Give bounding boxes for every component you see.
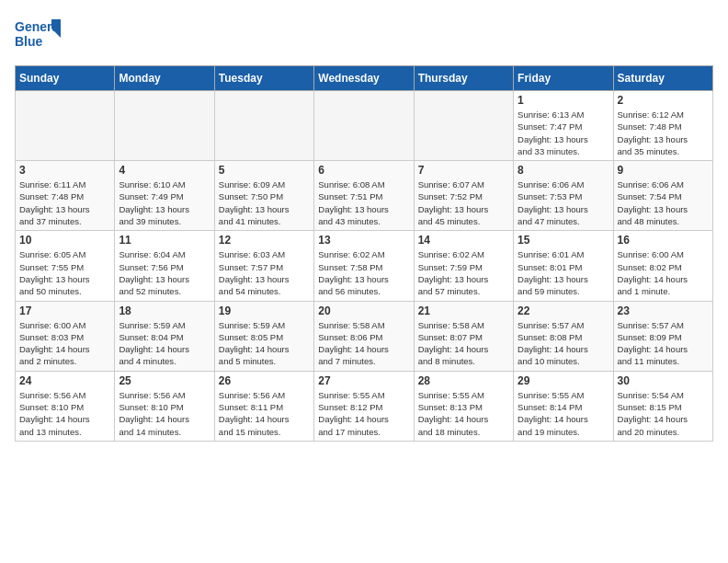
day-number: 5	[219, 164, 310, 177]
day-info: Sunrise: 5:57 AM Sunset: 8:09 PM Dayligh…	[618, 319, 709, 368]
day-info: Sunrise: 6:09 AM Sunset: 7:50 PM Dayligh…	[219, 178, 310, 227]
day-info: Sunrise: 6:02 AM Sunset: 7:58 PM Dayligh…	[318, 248, 409, 297]
day-header: Sunday	[16, 66, 115, 91]
calendar-cell: 27Sunrise: 5:55 AM Sunset: 8:12 PM Dayli…	[314, 371, 414, 441]
day-info: Sunrise: 5:58 AM Sunset: 8:07 PM Dayligh…	[418, 319, 509, 368]
day-header: Wednesday	[314, 66, 414, 91]
day-info: Sunrise: 6:13 AM Sunset: 7:47 PM Dayligh…	[518, 109, 609, 157]
calendar-cell: 20Sunrise: 5:58 AM Sunset: 8:06 PM Dayli…	[314, 301, 414, 371]
day-number: 25	[119, 374, 210, 387]
day-number: 20	[318, 304, 409, 317]
day-header: Saturday	[613, 66, 712, 91]
calendar-cell: 7Sunrise: 6:07 AM Sunset: 7:52 PM Daylig…	[414, 161, 513, 231]
day-header: Monday	[115, 66, 214, 91]
day-number: 13	[318, 234, 409, 247]
day-info: Sunrise: 5:57 AM Sunset: 8:08 PM Dayligh…	[518, 319, 609, 368]
calendar-cell: 26Sunrise: 5:56 AM Sunset: 8:11 PM Dayli…	[214, 371, 313, 441]
day-info: Sunrise: 6:12 AM Sunset: 7:48 PM Dayligh…	[618, 109, 709, 157]
day-number: 12	[219, 234, 310, 247]
calendar-cell: 8Sunrise: 6:06 AM Sunset: 7:53 PM Daylig…	[514, 161, 613, 231]
day-number: 7	[418, 164, 509, 177]
day-number: 2	[618, 94, 709, 107]
calendar-cell: 28Sunrise: 5:55 AM Sunset: 8:13 PM Dayli…	[414, 371, 513, 441]
calendar-cell: 13Sunrise: 6:02 AM Sunset: 7:58 PM Dayli…	[314, 231, 414, 301]
day-number: 4	[119, 164, 210, 177]
day-number: 14	[418, 234, 509, 247]
day-number: 18	[119, 304, 210, 317]
day-number: 8	[518, 164, 609, 177]
calendar-cell: 25Sunrise: 5:56 AM Sunset: 8:10 PM Dayli…	[115, 371, 214, 441]
day-number: 28	[418, 374, 509, 387]
calendar-cell: 17Sunrise: 6:00 AM Sunset: 8:03 PM Dayli…	[16, 301, 115, 371]
calendar-cell	[16, 91, 115, 161]
day-info: Sunrise: 6:10 AM Sunset: 7:49 PM Dayligh…	[119, 178, 210, 227]
calendar-week-row: 3Sunrise: 6:11 AM Sunset: 7:48 PM Daylig…	[16, 161, 713, 231]
calendar-cell: 12Sunrise: 6:03 AM Sunset: 7:57 PM Dayli…	[214, 231, 313, 301]
logo-svg: General Blue	[15, 15, 61, 56]
day-number: 6	[318, 164, 409, 177]
calendar-cell: 3Sunrise: 6:11 AM Sunset: 7:48 PM Daylig…	[16, 161, 115, 231]
calendar-cell: 29Sunrise: 5:55 AM Sunset: 8:14 PM Dayli…	[514, 371, 613, 441]
svg-marker-2	[51, 19, 61, 38]
calendar-week-row: 1Sunrise: 6:13 AM Sunset: 7:47 PM Daylig…	[16, 91, 713, 161]
day-number: 30	[618, 374, 709, 387]
calendar-cell: 4Sunrise: 6:10 AM Sunset: 7:49 PM Daylig…	[115, 161, 214, 231]
calendar-cell: 18Sunrise: 5:59 AM Sunset: 8:04 PM Dayli…	[115, 301, 214, 371]
calendar-cell: 5Sunrise: 6:09 AM Sunset: 7:50 PM Daylig…	[214, 161, 313, 231]
day-number: 1	[518, 94, 609, 107]
calendar-week-row: 24Sunrise: 5:56 AM Sunset: 8:10 PM Dayli…	[16, 371, 713, 441]
day-info: Sunrise: 5:56 AM Sunset: 8:10 PM Dayligh…	[19, 389, 110, 438]
day-info: Sunrise: 6:00 AM Sunset: 8:03 PM Dayligh…	[19, 319, 110, 368]
day-number: 23	[618, 304, 709, 317]
day-info: Sunrise: 5:55 AM Sunset: 8:12 PM Dayligh…	[318, 389, 409, 438]
calendar-cell: 24Sunrise: 5:56 AM Sunset: 8:10 PM Dayli…	[16, 371, 115, 441]
logo: General Blue	[15, 15, 61, 56]
day-info: Sunrise: 6:11 AM Sunset: 7:48 PM Dayligh…	[19, 178, 110, 227]
day-number: 9	[618, 164, 709, 177]
day-number: 26	[219, 374, 310, 387]
calendar-cell: 15Sunrise: 6:01 AM Sunset: 8:01 PM Dayli…	[514, 231, 613, 301]
day-header: Thursday	[414, 66, 513, 91]
day-info: Sunrise: 5:55 AM Sunset: 8:13 PM Dayligh…	[418, 389, 509, 438]
calendar-cell: 30Sunrise: 5:54 AM Sunset: 8:15 PM Dayli…	[613, 371, 712, 441]
day-info: Sunrise: 6:08 AM Sunset: 7:51 PM Dayligh…	[318, 178, 409, 227]
calendar-cell	[115, 91, 214, 161]
day-info: Sunrise: 5:59 AM Sunset: 8:05 PM Dayligh…	[219, 319, 310, 368]
day-info: Sunrise: 5:54 AM Sunset: 8:15 PM Dayligh…	[618, 389, 709, 438]
calendar-header-row: SundayMondayTuesdayWednesdayThursdayFrid…	[16, 66, 713, 91]
day-info: Sunrise: 6:06 AM Sunset: 7:54 PM Dayligh…	[618, 178, 709, 227]
day-info: Sunrise: 6:01 AM Sunset: 8:01 PM Dayligh…	[518, 248, 609, 297]
day-header: Friday	[514, 66, 613, 91]
day-info: Sunrise: 5:56 AM Sunset: 8:10 PM Dayligh…	[119, 389, 210, 438]
day-info: Sunrise: 6:00 AM Sunset: 8:02 PM Dayligh…	[618, 248, 709, 297]
day-number: 29	[518, 374, 609, 387]
day-info: Sunrise: 6:04 AM Sunset: 7:56 PM Dayligh…	[119, 248, 210, 297]
calendar-week-row: 17Sunrise: 6:00 AM Sunset: 8:03 PM Dayli…	[16, 301, 713, 371]
calendar-cell: 21Sunrise: 5:58 AM Sunset: 8:07 PM Dayli…	[414, 301, 513, 371]
day-info: Sunrise: 5:56 AM Sunset: 8:11 PM Dayligh…	[219, 389, 310, 438]
calendar-cell: 2Sunrise: 6:12 AM Sunset: 7:48 PM Daylig…	[613, 91, 712, 161]
day-number: 17	[19, 304, 110, 317]
page-header: General Blue	[15, 15, 713, 56]
calendar-cell: 14Sunrise: 6:02 AM Sunset: 7:59 PM Dayli…	[414, 231, 513, 301]
calendar-cell: 9Sunrise: 6:06 AM Sunset: 7:54 PM Daylig…	[613, 161, 712, 231]
day-info: Sunrise: 6:02 AM Sunset: 7:59 PM Dayligh…	[418, 248, 509, 297]
calendar-table: SundayMondayTuesdayWednesdayThursdayFrid…	[15, 65, 713, 442]
day-number: 19	[219, 304, 310, 317]
calendar-cell	[314, 91, 414, 161]
calendar-cell: 11Sunrise: 6:04 AM Sunset: 7:56 PM Dayli…	[115, 231, 214, 301]
calendar-cell: 1Sunrise: 6:13 AM Sunset: 7:47 PM Daylig…	[514, 91, 613, 161]
day-info: Sunrise: 6:05 AM Sunset: 7:55 PM Dayligh…	[19, 248, 110, 297]
calendar-cell: 16Sunrise: 6:00 AM Sunset: 8:02 PM Dayli…	[613, 231, 712, 301]
calendar-cell: 19Sunrise: 5:59 AM Sunset: 8:05 PM Dayli…	[214, 301, 313, 371]
calendar-body: 1Sunrise: 6:13 AM Sunset: 7:47 PM Daylig…	[16, 91, 713, 442]
calendar-cell: 10Sunrise: 6:05 AM Sunset: 7:55 PM Dayli…	[16, 231, 115, 301]
calendar-cell	[414, 91, 513, 161]
day-header: Tuesday	[214, 66, 313, 91]
day-number: 22	[518, 304, 609, 317]
day-number: 16	[618, 234, 709, 247]
calendar-cell: 6Sunrise: 6:08 AM Sunset: 7:51 PM Daylig…	[314, 161, 414, 231]
calendar-cell	[214, 91, 313, 161]
day-number: 10	[19, 234, 110, 247]
day-info: Sunrise: 6:07 AM Sunset: 7:52 PM Dayligh…	[418, 178, 509, 227]
